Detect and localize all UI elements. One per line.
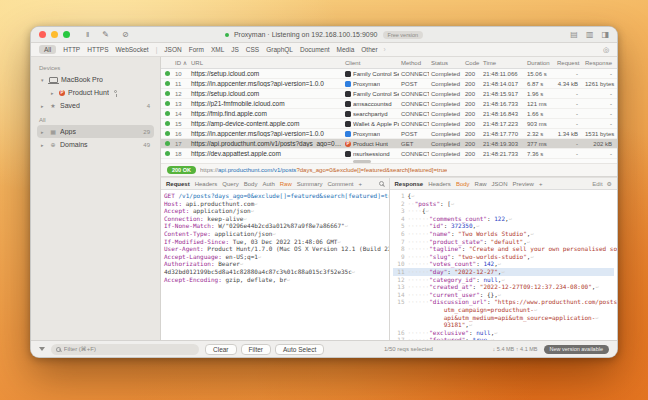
filter-tab-js[interactable]: JS bbox=[231, 46, 239, 53]
filter-tab-graphql[interactable]: GraphQL bbox=[266, 46, 293, 53]
tab-query[interactable]: Query bbox=[222, 181, 238, 187]
horizontal-scrollbar[interactable] bbox=[161, 159, 617, 164]
tab-body[interactable]: Body bbox=[244, 181, 258, 187]
code-segment: Content-Type: bbox=[164, 230, 215, 238]
tab-summary[interactable]: Summary bbox=[297, 181, 323, 187]
sidebar-item-macbook-pro[interactable]: ▾MacBook Pro bbox=[37, 73, 154, 86]
tab-raw[interactable]: Raw bbox=[280, 181, 292, 187]
cell-code: 200 bbox=[463, 131, 481, 137]
tab-headers[interactable]: Headers bbox=[195, 181, 218, 187]
listening-status-dot bbox=[225, 33, 229, 37]
filter-tab-document[interactable]: Document bbox=[300, 46, 330, 53]
response-body-line: 10······"votes_count": 142,↵ bbox=[393, 260, 615, 268]
sidebar-item-saved[interactable]: ▸★Saved4 bbox=[37, 99, 154, 112]
green-dot-icon bbox=[165, 141, 170, 146]
line-number: 6 bbox=[393, 230, 405, 238]
column-header[interactable]: ID ∧ bbox=[173, 59, 189, 66]
filter-tab-xml[interactable]: XML bbox=[211, 46, 224, 53]
column-header[interactable]: Client bbox=[343, 60, 399, 66]
column-header[interactable]: URL bbox=[189, 60, 343, 66]
tab-json[interactable]: JSON bbox=[492, 181, 508, 187]
update-badge[interactable]: New version available bbox=[544, 345, 610, 354]
column-header[interactable]: Method bbox=[399, 60, 429, 66]
search-icon[interactable] bbox=[379, 181, 384, 186]
tab-headers[interactable]: Headers bbox=[428, 181, 451, 187]
table-row[interactable]: 18https://dev.appattest.apple.comnsurlse… bbox=[161, 149, 617, 159]
filter-tab-http[interactable]: HTTP bbox=[63, 46, 80, 53]
table-row[interactable]: 14https://fmip.find.apple.comsearchparty… bbox=[161, 109, 617, 119]
clear-session-icon[interactable]: ⊘ bbox=[122, 31, 129, 39]
minimize-window-button[interactable] bbox=[51, 31, 58, 38]
table-row[interactable]: 13https://p21-fmfmobile.icloud.comamsacc… bbox=[161, 99, 617, 109]
add-tab-button[interactable]: + bbox=[539, 181, 543, 187]
code-segment: : bbox=[483, 238, 490, 246]
edit-button[interactable]: Edit bbox=[592, 181, 602, 187]
zoom-window-button[interactable] bbox=[63, 31, 70, 38]
filter-overflow-chevron[interactable]: › bbox=[384, 46, 386, 53]
tab-auth[interactable]: Auth bbox=[262, 181, 274, 187]
add-tab-button[interactable]: + bbox=[358, 181, 362, 187]
column-header[interactable]: Request bbox=[555, 60, 583, 66]
filter-tab-websocket[interactable]: WebSocket bbox=[116, 46, 149, 53]
column-header[interactable]: Time bbox=[481, 60, 525, 66]
gear-icon[interactable]: ⚙ bbox=[607, 180, 612, 187]
column-header[interactable]: Code bbox=[463, 60, 481, 66]
response-body-line: 13······"created_at": "2022-12-27T09:12:… bbox=[393, 283, 615, 291]
layout-columns-icon[interactable]: ▥ bbox=[586, 30, 594, 39]
indent-whitespace: ···· bbox=[408, 207, 422, 215]
cell-method: CONNECT bbox=[399, 151, 429, 157]
scrollbar-thumb[interactable] bbox=[353, 160, 371, 163]
chevron-icon: ▸ bbox=[41, 103, 46, 109]
code-segment: User-Agent: bbox=[164, 245, 207, 253]
auto-select-button[interactable]: Auto Select bbox=[275, 344, 324, 355]
table-row[interactable]: 12https://setup.icloud.comFamily Control… bbox=[161, 89, 617, 99]
window-layout-controls: ▤ ▥ ◨ bbox=[570, 30, 609, 39]
filter-tab-other[interactable]: Other bbox=[361, 46, 377, 53]
compose-icon[interactable]: ✎ bbox=[102, 31, 109, 39]
proxyman-window: ‖ ✎ ⊘ Proxyman · Listening on 192.168.10… bbox=[30, 26, 618, 358]
close-window-button[interactable] bbox=[39, 31, 46, 38]
tab-comment[interactable]: Comment bbox=[327, 181, 353, 187]
layout-split-icon[interactable]: ▤ bbox=[570, 30, 578, 39]
filter-tab-media[interactable]: Media bbox=[337, 46, 355, 53]
crlf-glyph: ↵ bbox=[469, 321, 472, 329]
status-dot-cell bbox=[161, 121, 173, 126]
filter-settings-icon[interactable]: ◎ bbox=[603, 46, 609, 54]
tab-body[interactable]: Body bbox=[456, 181, 470, 187]
status-dot-cell bbox=[161, 71, 173, 76]
sidebar-item-domains[interactable]: ▸⊕Domains49 bbox=[37, 138, 154, 151]
table-row[interactable]: 10https://setup.icloud.comFamily Control… bbox=[161, 69, 617, 79]
table-row[interactable]: 11https://in.appcenter.ms/logs?api-versi… bbox=[161, 79, 617, 89]
crlf-glyph: ↵ bbox=[240, 260, 243, 268]
funnel-icon[interactable] bbox=[39, 347, 45, 351]
sidebar-item-apps[interactable]: ▸▦Apps29 bbox=[37, 125, 154, 138]
table-row[interactable]: 16https://in.appcenter.ms/logs?api-versi… bbox=[161, 129, 617, 139]
filter-bar: AllHTTPHTTPSWebSocket|JSONFormXMLJSCSSGr… bbox=[31, 43, 617, 57]
code-segment: Accept-Encoding: bbox=[164, 276, 225, 284]
column-header[interactable]: Duration bbox=[525, 60, 555, 66]
filter-button[interactable]: Filter bbox=[241, 344, 271, 355]
toolbar-buttons: ClearFilterAuto Select bbox=[205, 344, 324, 355]
filter-tab-css[interactable]: CSS bbox=[246, 46, 259, 53]
request-raw-body[interactable]: GET /v1/posts?days_ago=0&exclude[]=featu… bbox=[161, 190, 389, 340]
filter-tab-https[interactable]: HTTPS bbox=[87, 46, 108, 53]
table-row[interactable]: 17https://api.producthunt.com/v1/posts?d… bbox=[161, 139, 617, 149]
filter-tab-json[interactable]: JSON bbox=[164, 46, 181, 53]
url-segment: api.producthunt.com bbox=[218, 167, 272, 173]
sidebar-item-product-hunt[interactable]: ▸PProduct Hunt bbox=[47, 86, 154, 99]
pause-recording-icon[interactable]: ‖ bbox=[86, 31, 89, 39]
request-raw-line: Host: api.producthunt.com↵ bbox=[164, 200, 386, 208]
tab-raw[interactable]: Raw bbox=[475, 181, 487, 187]
tab-preview[interactable]: Preview bbox=[513, 181, 534, 187]
sidebar-toggle-icon[interactable]: ◨ bbox=[601, 30, 609, 39]
filter-tab-form[interactable]: Form bbox=[189, 46, 204, 53]
filter-tab-all[interactable]: All bbox=[39, 45, 56, 54]
column-header[interactable]: Status bbox=[429, 60, 463, 66]
sidebar-item-count: 29 bbox=[143, 129, 150, 135]
table-row[interactable]: 15https://amp-device-content.apple.comWa… bbox=[161, 119, 617, 129]
code-segment: api&utm_medium=api&utm_source=applicatio… bbox=[444, 314, 596, 322]
clear-button[interactable]: Clear bbox=[205, 344, 237, 355]
filter-input[interactable] bbox=[64, 346, 194, 352]
response-json-body[interactable]: 1{↵2··"posts": [↵3····{↵4······"comments… bbox=[390, 190, 618, 340]
column-header[interactable]: Response bbox=[583, 60, 617, 66]
